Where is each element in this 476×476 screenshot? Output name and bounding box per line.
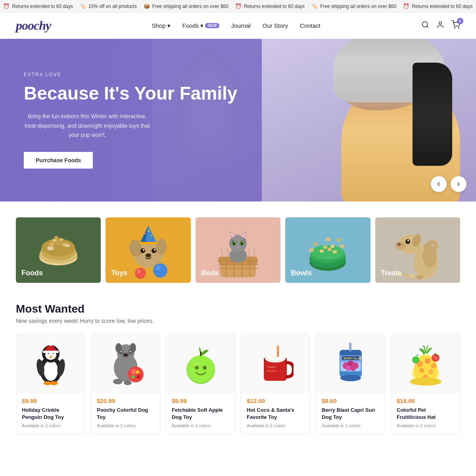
nav-journal[interactable]: Journal <box>231 22 251 29</box>
svg-point-66 <box>242 241 243 242</box>
most-wanted-section: Most Wanted New savings every week! Hurr… <box>0 291 476 447</box>
products-grid: $9.99 Holiday Crinkle Penguin Dog Toy Av… <box>16 334 460 435</box>
svg-point-171 <box>432 354 440 362</box>
logo[interactable]: poochy <box>16 18 51 33</box>
svg-line-1 <box>427 26 428 28</box>
svg-point-94 <box>416 275 424 280</box>
svg-point-114 <box>49 343 52 346</box>
svg-line-49 <box>227 248 228 257</box>
hero-section: EXTRA LOVE Because It's Your Family Brin… <box>0 39 476 202</box>
hero-cta-button[interactable]: Purrchase Foods <box>24 152 93 169</box>
foods-label: Foods <box>21 269 43 277</box>
svg-point-26 <box>143 249 144 251</box>
toys-label: Toys <box>111 269 127 277</box>
product-image-6 <box>391 334 460 393</box>
beds-label: Beds <box>201 269 219 277</box>
category-bowls[interactable]: Bowls <box>285 217 370 283</box>
svg-rect-98 <box>409 274 414 278</box>
chevron-down-icon: ▾ <box>167 22 171 29</box>
svg-point-159 <box>350 365 356 371</box>
new-badge: NEW <box>205 23 219 28</box>
category-beds[interactable]: Beds <box>196 217 280 283</box>
svg-point-126 <box>128 367 144 382</box>
hero-prev-button[interactable] <box>431 176 447 192</box>
product-card-5[interactable]: BERRY BLAST $8.60 Berry Blast Capri Sun … <box>316 334 385 435</box>
treats-label: Treats <box>381 269 402 277</box>
announcement-item-6: ⏰ Returns extended to 60 days <box>403 3 472 9</box>
nav-foods[interactable]: Foods ▾ NEW <box>182 22 219 29</box>
svg-rect-83 <box>333 250 337 253</box>
cart-icon[interactable]: 0 <box>451 20 460 31</box>
svg-point-28 <box>146 253 151 257</box>
svg-point-161 <box>340 375 361 381</box>
svg-point-20 <box>67 244 70 247</box>
announcement-text-4: Returns extended to 60 days <box>244 4 305 9</box>
svg-point-134 <box>187 355 214 382</box>
product-2-price: $20.99 <box>97 397 154 404</box>
announcement-item-4: ⏰ Returns extended to 60 days <box>235 3 305 9</box>
announcement-item-2: 🏷️ 15% off on all products <box>80 3 137 9</box>
product-6-info: $16.00 Colorful Pet Fruitilicious Hat Av… <box>391 393 460 428</box>
svg-point-111 <box>50 381 58 385</box>
nav-our-story[interactable]: Our Story <box>263 22 288 29</box>
categories-section: Foods <box>0 202 476 291</box>
svg-point-25 <box>152 248 156 253</box>
svg-point-27 <box>154 249 155 251</box>
nav-contact[interactable]: Contact <box>300 22 321 29</box>
svg-rect-148 <box>277 345 279 347</box>
svg-rect-82 <box>328 248 332 251</box>
product-card-4[interactable]: Santa's Favorite $12.00 Hot Coco & Santa… <box>241 334 310 435</box>
svg-point-170 <box>410 378 441 386</box>
hero-next-button[interactable] <box>451 176 466 192</box>
product-6-name: Colorful Pet Fruitilicious Hat <box>397 407 454 421</box>
svg-point-17 <box>50 246 54 250</box>
announcement-item-3: 📦 Free shipping all orders on over $60 <box>144 3 228 9</box>
clock-icon-2: ⏰ <box>235 3 242 9</box>
product-image-3 <box>166 334 235 393</box>
category-foods[interactable]: Foods <box>16 217 101 283</box>
hero-title: Because It's Your Family <box>24 83 238 104</box>
svg-point-128 <box>136 375 140 379</box>
svg-point-3 <box>454 27 455 28</box>
product-card-1[interactable]: $9.99 Holiday Crinkle Penguin Dog Toy Av… <box>16 334 85 435</box>
svg-rect-85 <box>330 245 334 248</box>
announcement-item-5: 🏷️ Free shipping all orders on over $60 <box>311 3 396 9</box>
svg-point-131 <box>113 379 123 384</box>
svg-rect-77 <box>313 242 318 246</box>
category-toys[interactable]: Toys <box>106 217 190 283</box>
svg-point-167 <box>419 368 424 373</box>
svg-text:Santa's: Santa's <box>268 365 276 369</box>
product-5-price: $8.60 <box>322 397 379 404</box>
product-6-price: $16.00 <box>397 397 454 404</box>
clock-icon: ⏰ <box>3 3 10 9</box>
nav-shop[interactable]: Shop ▾ <box>152 22 171 29</box>
svg-line-71 <box>243 242 246 243</box>
product-card-6[interactable]: $16.00 Colorful Pet Fruitilicious Hat Av… <box>391 334 460 435</box>
product-5-info: $8.60 Berry Blast Capri Sun Dog Toy Avai… <box>316 393 385 428</box>
product-4-name: Hot Coco & Santa's Favorite Toy <box>247 407 304 421</box>
announcement-text-5: Free shipping all orders on over $60 <box>320 4 396 9</box>
category-treats[interactable]: Treats <box>375 217 460 283</box>
user-icon[interactable] <box>436 21 444 31</box>
svg-point-35 <box>153 263 167 278</box>
product-4-variants: Available in 2 colors <box>247 423 304 428</box>
svg-point-166 <box>431 363 436 369</box>
announcement-text-6: Returns extended to 60 days <box>412 4 472 9</box>
product-5-name: Berry Blast Capri Sun Dog Toy <box>322 407 379 421</box>
svg-rect-31 <box>140 242 157 244</box>
svg-point-2 <box>439 22 442 25</box>
hair-shape <box>413 63 452 166</box>
hero-description: Bring the fun indoors this Winter with i… <box>24 112 151 140</box>
svg-point-13 <box>59 238 63 241</box>
product-card-2[interactable]: $20.99 Poochy Colorful Dog Toy Available… <box>91 334 160 435</box>
svg-point-92 <box>407 240 409 242</box>
section-title: Most Wanted <box>16 303 460 315</box>
svg-rect-97 <box>403 273 408 277</box>
chevron-down-icon-2: ▾ <box>200 22 203 29</box>
product-card-3[interactable]: $9.99 Fetchable Soft Apple Dog Toy Avail… <box>166 334 235 435</box>
product-4-price: $12.00 <box>247 397 304 404</box>
svg-point-174 <box>412 356 419 363</box>
search-icon[interactable] <box>421 21 429 31</box>
svg-rect-80 <box>326 237 331 241</box>
svg-point-34 <box>148 230 149 232</box>
